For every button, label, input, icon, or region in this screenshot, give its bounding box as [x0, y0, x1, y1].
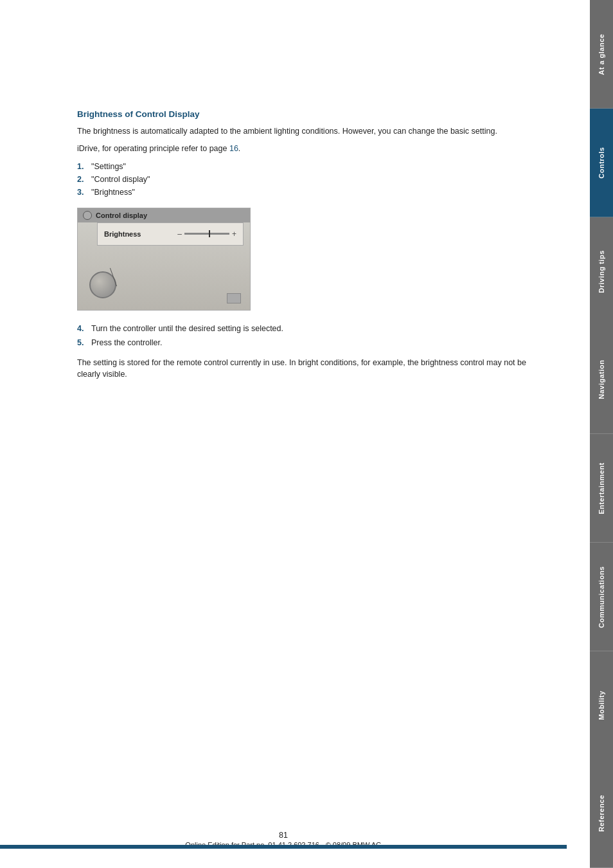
list-item: 5. Press the controller. [77, 336, 551, 349]
sidebar-tab-at-a-glance[interactable]: At a glance [590, 0, 613, 109]
blue-bar [0, 845, 567, 849]
screen-top-bar: Control display [78, 208, 250, 222]
step-text: "Control display" [91, 173, 150, 186]
brightness-plus: + [232, 230, 236, 239]
step-text: "Settings" [91, 160, 126, 173]
step-num: 2. [77, 173, 87, 186]
list-item: 4. Turn the controller until the desired… [77, 322, 551, 335]
brightness-slider-area: – + [177, 230, 236, 239]
steps-after-list: 4. Turn the controller until the desired… [77, 322, 551, 349]
step-num: 3. [77, 186, 87, 199]
brightness-slider [184, 233, 229, 235]
sidebar-tab-navigation[interactable]: Navigation [590, 325, 613, 434]
main-content: Brightness of Control Display The bright… [0, 0, 590, 868]
step-text: Turn the controller until the desired se… [91, 322, 283, 335]
step-text: "Brightness" [91, 186, 135, 199]
list-item: 2. "Control display" [77, 173, 551, 186]
sidebar-tab-mobility[interactable]: Mobility [590, 651, 613, 760]
brightness-box: Brightness – + [97, 222, 244, 246]
screen-image: Control display Brightness – + [77, 208, 251, 311]
list-item: 3. "Brightness" [77, 186, 551, 199]
sidebar-tab-controls[interactable]: Controls [590, 109, 613, 217]
list-item: 1. "Settings" [77, 160, 551, 173]
footer-area: 81 Online Edition for Part no. 01 41 2 6… [0, 831, 567, 849]
step-num: 5. [77, 336, 87, 349]
page-link[interactable]: 16 [229, 144, 238, 153]
brightness-minus: – [177, 230, 182, 239]
brightness-label: Brightness [104, 230, 172, 238]
idrive-text: iDrive, for operating principle refer to… [77, 143, 551, 155]
page-heading: Brightness of Control Display [77, 109, 551, 119]
screen-icon [83, 211, 92, 220]
brightness-thumb [209, 230, 210, 237]
body-text-2: The setting is stored for the remote con… [77, 357, 551, 381]
sidebar: At a glance Controls Driving tips Naviga… [590, 0, 613, 868]
screen-bottom-right [227, 293, 241, 303]
body-text-1: The brightness is automatically adapted … [77, 125, 551, 138]
page-number: 81 [0, 831, 567, 840]
screen-title: Control display [96, 212, 147, 219]
sidebar-tab-reference[interactable]: Reference [590, 759, 613, 868]
sidebar-tab-communications[interactable]: Communications [590, 543, 613, 651]
sidebar-tab-driving-tips[interactable]: Driving tips [590, 217, 613, 326]
sidebar-tab-entertainment[interactable]: Entertainment [590, 434, 613, 543]
step-num: 1. [77, 160, 87, 173]
steps-list: 1. "Settings" 2. "Control display" 3. "B… [77, 160, 551, 199]
step-num: 4. [77, 322, 87, 335]
step-text: Press the controller. [91, 336, 162, 349]
